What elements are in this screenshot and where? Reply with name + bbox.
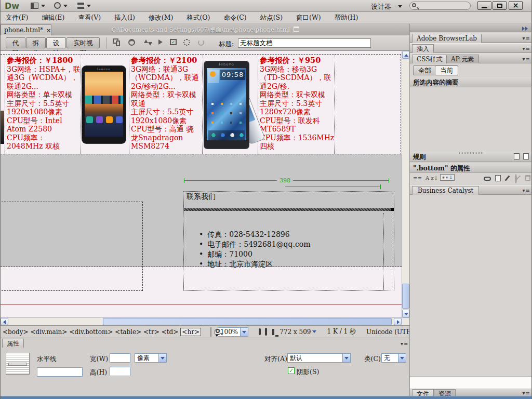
workspace-caret-icon[interactable]	[398, 5, 402, 8]
contact-heading[interactable]: 联系我们	[187, 192, 216, 202]
set-properties-icon[interactable]: ∗∗↓	[440, 174, 455, 181]
minimize-button[interactable]	[477, 1, 491, 10]
insert-panel-header[interactable]: 插入 ▾≡	[410, 43, 532, 53]
tree-view-icon[interactable]	[523, 153, 529, 159]
tag-div-bottom[interactable]: <div.bottom>	[69, 328, 113, 336]
menu-edit[interactable]: 编辑(E)	[42, 14, 64, 22]
current-mode-button[interactable]: 当前	[435, 65, 458, 75]
visual-aids-icon[interactable]	[183, 39, 190, 46]
preview-debug-icon[interactable]	[158, 39, 163, 45]
site-caret-icon[interactable]	[87, 5, 91, 7]
tag-tr[interactable]: <tr>	[143, 328, 159, 336]
combo-arrow-icon[interactable]	[342, 354, 350, 362]
layout-switcher-icon[interactable]	[31, 3, 38, 9]
scroll-up-button[interactable]	[402, 51, 409, 59]
check-page-icon[interactable]: ✓	[170, 39, 177, 45]
selection-handle[interactable]	[391, 208, 394, 211]
menu-view[interactable]: 查看(V)	[78, 14, 101, 22]
left-table-cell[interactable]	[1, 202, 143, 291]
category-view-icon[interactable]: ≡≡	[413, 175, 422, 181]
menu-site[interactable]: 站点(S)	[260, 14, 283, 22]
drag-grip[interactable]	[459, 152, 484, 154]
doc-restore-icon[interactable]	[294, 26, 299, 32]
menu-format[interactable]: 格式(O)	[187, 14, 210, 22]
horizontal-scroll-thumb[interactable]	[103, 318, 392, 325]
combo-arrow-icon[interactable]	[398, 354, 406, 362]
window-size-value[interactable]: 772 x 509	[280, 328, 311, 336]
business-catalyst-header[interactable]: Business Catalyst ▾≡	[410, 185, 532, 195]
scroll-right-button[interactable]	[394, 318, 402, 325]
panel-menu-icon[interactable]: ▾≡	[523, 56, 530, 62]
layout-caret-icon[interactable]	[41, 5, 45, 7]
tag-body[interactable]: <body>	[3, 328, 28, 336]
scroll-left-button[interactable]	[1, 318, 8, 325]
menu-help[interactable]: 帮助(H)	[335, 14, 358, 22]
menu-file[interactable]: 文件(F)	[6, 14, 28, 22]
properties-tab[interactable]: 属性	[2, 339, 24, 348]
live-view-button[interactable]: 实时视图	[66, 37, 100, 48]
cascade-view-icon[interactable]	[514, 153, 520, 159]
menu-window[interactable]: 窗口(W)	[296, 14, 321, 22]
browserlab-tab[interactable]: Adobe BrowserLab	[412, 34, 482, 43]
ap-elements-tab[interactable]: AP 元素	[446, 55, 479, 63]
close-button[interactable]: ×	[509, 1, 523, 10]
dock-collapse-bar[interactable]	[410, 24, 532, 32]
desktop-size-icon[interactable]	[272, 329, 274, 335]
menu-commands[interactable]: 命令(C)	[223, 14, 246, 22]
tag-div-main[interactable]: <div.main>	[30, 328, 67, 336]
menu-modify[interactable]: 修改(M)	[149, 14, 174, 22]
panel-menu-icon[interactable]: ▾≡	[523, 35, 530, 41]
new-rule-icon[interactable]	[495, 175, 501, 181]
align-combo[interactable]: 默认	[287, 353, 351, 363]
az-sort-icon[interactable]: A z↓	[425, 175, 438, 181]
hr-name-input[interactable]	[37, 367, 83, 377]
preview-browser-icon[interactable]	[128, 39, 135, 46]
panel-menu-icon[interactable]: ▾≡	[523, 390, 530, 396]
select-tool[interactable]	[210, 327, 211, 337]
class-combo[interactable]: 无	[381, 353, 406, 363]
vertical-scroll-thumb[interactable]	[402, 284, 409, 309]
edit-rule-icon[interactable]	[504, 175, 510, 181]
restore-button[interactable]	[493, 1, 507, 10]
vertical-scrollbar[interactable]	[402, 51, 409, 317]
combo-arrow-icon[interactable]	[240, 328, 248, 336]
panel-menu-icon[interactable]: ▾≡	[523, 46, 530, 51]
split-view-button[interactable]: 拆分	[26, 37, 46, 48]
tag-table[interactable]: <table>	[115, 328, 141, 336]
gear-icon[interactable]	[54, 2, 61, 9]
height-input[interactable]	[110, 367, 130, 376]
unit-combo[interactable]: 像素	[135, 353, 167, 363]
combo-arrow-icon[interactable]	[158, 354, 166, 362]
properties-menu-icon[interactable]: ▾≡	[401, 340, 408, 347]
code-view-button[interactable]: 代码	[6, 37, 25, 48]
title-input[interactable]	[238, 38, 371, 48]
menu-insert[interactable]: 插入(I)	[114, 14, 135, 22]
workspace-switcher[interactable]: 设计器	[371, 2, 391, 11]
gear-caret-icon[interactable]	[63, 5, 68, 7]
file-sync-icon[interactable]	[144, 39, 151, 47]
size-caret-icon[interactable]	[312, 330, 316, 333]
business-catalyst-tab[interactable]: Business Catalyst	[412, 186, 479, 195]
design-view[interactable]: 参考报价：￥1800 3G网络：HSPA+，联通3G（WCDMA），联通2G..…	[1, 51, 402, 317]
design-view-button[interactable]: 设计	[46, 37, 66, 48]
shadow-checkbox[interactable]: ✓	[288, 367, 295, 374]
search-input[interactable]	[409, 2, 471, 10]
insert-tab[interactable]: 插入	[412, 44, 434, 53]
tablet-size-icon[interactable]	[265, 328, 267, 336]
tab-close-icon[interactable]: ×	[46, 27, 51, 34]
scroll-down-button[interactable]	[402, 310, 409, 317]
multiscreen-icon[interactable]	[113, 38, 122, 46]
table-width-value[interactable]: 398	[277, 177, 293, 184]
css-styles-tab[interactable]: CSS样式	[412, 55, 447, 63]
attach-stylesheet-icon[interactable]	[484, 177, 491, 181]
mobile-size-icon[interactable]	[259, 328, 261, 335]
column-width-bar[interactable]	[285, 187, 381, 187]
all-mode-button[interactable]: 全部	[413, 65, 436, 75]
tag-hr-selected[interactable]: <hr>	[180, 328, 201, 336]
panel-menu-icon[interactable]: ▾≡	[523, 188, 530, 193]
site-icon[interactable]	[77, 3, 84, 9]
width-input[interactable]	[110, 353, 130, 363]
document-tab[interactable]: phone.html* ×	[1, 24, 51, 35]
horizontal-scrollbar[interactable]	[1, 317, 409, 325]
browserlab-panel-header[interactable]: Adobe BrowserLab ▾≡	[410, 33, 532, 43]
